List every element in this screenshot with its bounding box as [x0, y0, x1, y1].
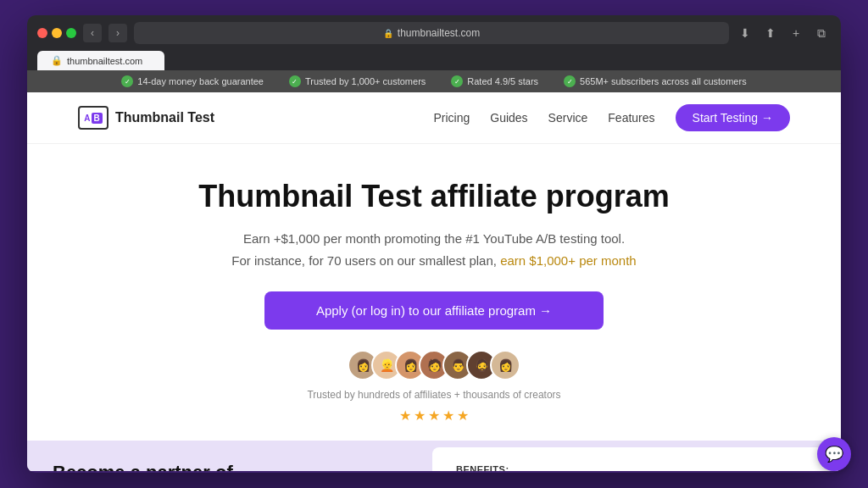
benefits-label: BENEFITS: — [456, 464, 810, 471]
logo-a: A — [84, 114, 90, 123]
trust-item-4: ✓ 565M+ subscribers across all customers — [564, 75, 747, 87]
chat-bubble[interactable]: 💬 — [817, 437, 851, 471]
star-rating: ★ ★ ★ ★ ★ — [44, 408, 824, 424]
check-icon-2: ✓ — [289, 75, 301, 87]
avatar-7: 👩 — [490, 350, 520, 380]
trusted-text: Trusted by hundreds of affiliates + thou… — [44, 389, 824, 401]
trust-item-2: ✓ Trusted by 1,000+ customers — [289, 75, 426, 87]
trust-text-3: Rated 4.9/5 stars — [467, 76, 538, 86]
star-1: ★ — [399, 408, 411, 424]
logo-b: B — [92, 113, 103, 124]
trust-bar: ✓ 14-day money back guarantee ✓ Trusted … — [27, 70, 841, 92]
star-2: ★ — [414, 408, 426, 424]
trust-item-3: ✓ Rated 4.9/5 stars — [451, 75, 538, 87]
affiliate-button[interactable]: Apply (or log in) to our affiliate progr… — [264, 291, 604, 330]
star-5: ★ — [457, 408, 469, 424]
page-content: A B Thumbnail Test Pricing Guides Servic… — [27, 92, 841, 471]
start-testing-button[interactable]: Start Testing → — [676, 104, 790, 131]
address-bar[interactable]: 🔒 thumbnailtest.com — [134, 22, 729, 44]
back-button[interactable]: ‹ — [83, 24, 102, 42]
tabs-icon[interactable]: ⧉ — [812, 24, 831, 42]
star-3: ★ — [428, 408, 440, 424]
subtitle-line1: Earn +$1,000 per month promoting the #1 … — [243, 231, 625, 246]
bottom-right: BENEFITS: ✓ Earn 40% or 50% of what we m… — [432, 447, 834, 471]
download-icon[interactable]: ⬇ — [736, 24, 754, 42]
star-4: ★ — [442, 408, 454, 424]
chat-icon: 💬 — [825, 445, 843, 463]
active-tab[interactable]: 🔒 thumbnailtest.com — [37, 51, 164, 70]
nav-features[interactable]: Features — [608, 111, 654, 125]
check-icon-4: ✓ — [564, 75, 576, 87]
avatar-group: 👩 👱 👩 🧑 👨 🧔 👩 — [44, 350, 824, 380]
trust-item-1: ✓ 14-day money back guarantee — [121, 75, 264, 87]
nav-guides[interactable]: Guides — [490, 111, 527, 125]
lock-icon: 🔒 — [383, 29, 393, 38]
trust-text-4: 565M+ subscribers across all customers — [580, 76, 747, 86]
tab-title: thumbnailtest.com — [67, 56, 142, 66]
check-icon-3: ✓ — [451, 75, 463, 87]
bottom-title: Become a partner ofThumbnail Test 🤝 — [53, 461, 407, 471]
navbar: A B Thumbnail Test Pricing Guides Servic… — [27, 92, 841, 144]
tab-favicon: 🔒 — [51, 55, 63, 66]
close-button[interactable] — [37, 28, 47, 38]
bottom-left: Become a partner ofThumbnail Test 🤝 — [27, 441, 432, 471]
forward-button[interactable]: › — [108, 24, 127, 42]
maximize-button[interactable] — [66, 28, 76, 38]
logo-icon: A B — [78, 106, 108, 130]
hero-section: Thumbnail Test affiliate program Earn +$… — [27, 144, 841, 441]
check-icon-1: ✓ — [121, 75, 133, 87]
hero-subtitle: Earn +$1,000 per month promoting the #1 … — [44, 228, 824, 271]
trust-text-1: 14-day money back guarantee — [137, 76, 264, 86]
traffic-lights — [37, 28, 76, 38]
trust-text-2: Trusted by 1,000+ customers — [305, 76, 426, 86]
minimize-button[interactable] — [52, 28, 62, 38]
nav-service[interactable]: Service — [548, 111, 588, 125]
nav-links: Pricing Guides Service Features Start Te… — [433, 104, 790, 131]
subtitle-line2: For instance, for 70 users on our smalle… — [231, 253, 497, 268]
url-text: thumbnailtest.com — [398, 27, 480, 39]
new-tab-icon[interactable]: + — [787, 24, 805, 42]
browser-actions: ⬇ ⬆ + ⧉ — [736, 24, 831, 42]
share-icon[interactable]: ⬆ — [761, 24, 780, 42]
logo: A B Thumbnail Test — [78, 106, 214, 130]
hero-title: Thumbnail Test affiliate program — [44, 178, 824, 214]
logo-text: Thumbnail Test — [115, 110, 214, 125]
nav-pricing[interactable]: Pricing — [433, 111, 470, 125]
bottom-section: Become a partner ofThumbnail Test 🤝 BENE… — [27, 441, 841, 471]
highlight-link[interactable]: earn $1,000+ per month — [500, 253, 637, 268]
